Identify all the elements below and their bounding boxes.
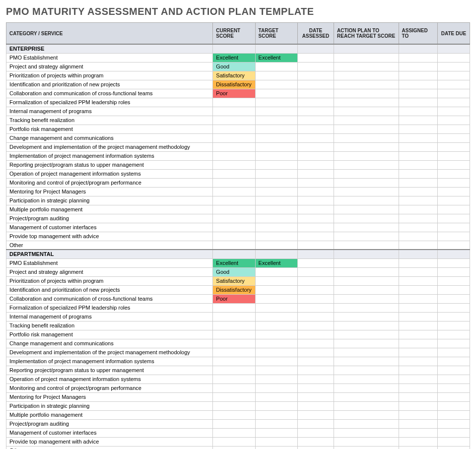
date-assessed-cell[interactable] xyxy=(297,187,334,196)
assigned-to-cell[interactable] xyxy=(399,187,437,196)
target-score-cell[interactable] xyxy=(255,401,297,410)
action-plan-cell[interactable] xyxy=(334,151,399,160)
current-score-cell[interactable] xyxy=(213,348,255,357)
category-cell[interactable]: Formalization of specialized PPM leaders… xyxy=(6,98,213,107)
date-due-cell[interactable] xyxy=(437,375,470,384)
target-score-cell[interactable] xyxy=(255,285,297,294)
action-plan-cell[interactable] xyxy=(334,321,399,330)
date-assessed-cell[interactable] xyxy=(297,446,334,449)
current-score-cell[interactable] xyxy=(213,169,255,178)
action-plan-cell[interactable] xyxy=(334,437,399,446)
current-score-cell[interactable]: Poor xyxy=(213,89,255,98)
date-due-cell[interactable] xyxy=(437,98,470,107)
date-assessed-cell[interactable] xyxy=(297,107,334,116)
category-cell[interactable]: Portfolio risk management xyxy=(6,125,213,133)
category-cell[interactable]: Mentoring for Project Managers xyxy=(6,392,213,401)
date-assessed-cell[interactable] xyxy=(297,276,334,285)
assigned-to-cell[interactable] xyxy=(399,178,437,187)
date-due-cell[interactable] xyxy=(437,125,470,133)
assigned-to-cell[interactable] xyxy=(399,357,437,366)
category-cell[interactable]: Monitoring and control of project/progra… xyxy=(6,384,213,392)
date-due-cell[interactable] xyxy=(437,294,470,303)
assigned-to-cell[interactable] xyxy=(399,80,437,89)
action-plan-cell[interactable] xyxy=(334,312,399,321)
date-assessed-cell[interactable] xyxy=(297,437,334,446)
current-score-cell[interactable] xyxy=(213,125,255,133)
current-score-cell[interactable] xyxy=(213,330,255,339)
action-plan-cell[interactable] xyxy=(334,178,399,187)
date-assessed-cell[interactable] xyxy=(297,392,334,401)
action-plan-cell[interactable] xyxy=(334,142,399,151)
assigned-to-cell[interactable] xyxy=(399,392,437,401)
current-score-cell[interactable]: Poor xyxy=(213,294,255,303)
action-plan-cell[interactable] xyxy=(334,366,399,375)
date-assessed-cell[interactable] xyxy=(297,375,334,384)
current-score-cell[interactable] xyxy=(213,196,255,205)
assigned-to-cell[interactable] xyxy=(399,241,437,250)
assigned-to-cell[interactable] xyxy=(399,142,437,151)
assigned-to-cell[interactable] xyxy=(399,276,437,285)
category-cell[interactable]: Change management and communications xyxy=(6,133,213,142)
date-due-cell[interactable] xyxy=(437,446,470,449)
date-assessed-cell[interactable] xyxy=(297,223,334,232)
assigned-to-cell[interactable] xyxy=(399,258,437,267)
date-assessed-cell[interactable] xyxy=(297,196,334,205)
current-score-cell[interactable]: Excellent xyxy=(213,53,255,62)
action-plan-cell[interactable] xyxy=(334,241,399,250)
action-plan-cell[interactable] xyxy=(334,357,399,366)
action-plan-cell[interactable] xyxy=(334,196,399,205)
assigned-to-cell[interactable] xyxy=(399,410,437,419)
date-assessed-cell[interactable] xyxy=(297,169,334,178)
assigned-to-cell[interactable] xyxy=(399,401,437,410)
target-score-cell[interactable] xyxy=(255,384,297,392)
assigned-to-cell[interactable] xyxy=(399,428,437,437)
category-cell[interactable]: Multiple portfolio management xyxy=(6,410,213,419)
category-cell[interactable]: Implementation of project management inf… xyxy=(6,357,213,366)
action-plan-cell[interactable] xyxy=(334,446,399,449)
current-score-cell[interactable] xyxy=(213,303,255,312)
date-assessed-cell[interactable] xyxy=(297,98,334,107)
assigned-to-cell[interactable] xyxy=(399,294,437,303)
date-assessed-cell[interactable] xyxy=(297,419,334,428)
category-cell[interactable]: Implementation of project management inf… xyxy=(6,151,213,160)
category-cell[interactable]: Participation in strategic planning xyxy=(6,196,213,205)
current-score-cell[interactable] xyxy=(213,339,255,348)
category-cell[interactable]: Reporting project/program status to uppe… xyxy=(6,366,213,375)
current-score-cell[interactable] xyxy=(213,241,255,250)
target-score-cell[interactable] xyxy=(255,241,297,250)
date-assessed-cell[interactable] xyxy=(297,133,334,142)
date-assessed-cell[interactable] xyxy=(297,348,334,357)
action-plan-cell[interactable] xyxy=(334,62,399,71)
category-cell[interactable]: Change management and communications xyxy=(6,339,213,348)
category-cell[interactable]: Other xyxy=(6,241,213,250)
category-cell[interactable]: Identification and prioritization of new… xyxy=(6,80,213,89)
category-cell[interactable]: Provide top management with advice xyxy=(6,437,213,446)
category-cell[interactable]: Prioritization of projects within progra… xyxy=(6,276,213,285)
category-cell[interactable]: Development and implementation of the pr… xyxy=(6,348,213,357)
date-due-cell[interactable] xyxy=(437,187,470,196)
target-score-cell[interactable] xyxy=(255,321,297,330)
target-score-cell[interactable] xyxy=(255,142,297,151)
date-assessed-cell[interactable] xyxy=(297,80,334,89)
target-score-cell[interactable] xyxy=(255,232,297,241)
assigned-to-cell[interactable] xyxy=(399,205,437,214)
current-score-cell[interactable] xyxy=(213,437,255,446)
date-due-cell[interactable] xyxy=(437,330,470,339)
action-plan-cell[interactable] xyxy=(334,232,399,241)
current-score-cell[interactable] xyxy=(213,312,255,321)
date-due-cell[interactable] xyxy=(437,258,470,267)
target-score-cell[interactable] xyxy=(255,267,297,276)
date-due-cell[interactable] xyxy=(437,116,470,125)
action-plan-cell[interactable] xyxy=(334,71,399,80)
date-due-cell[interactable] xyxy=(437,392,470,401)
date-due-cell[interactable] xyxy=(437,303,470,312)
date-assessed-cell[interactable] xyxy=(297,428,334,437)
assigned-to-cell[interactable] xyxy=(399,116,437,125)
target-score-cell[interactable] xyxy=(255,223,297,232)
target-score-cell[interactable] xyxy=(255,366,297,375)
action-plan-cell[interactable] xyxy=(334,348,399,357)
assigned-to-cell[interactable] xyxy=(399,53,437,62)
target-score-cell[interactable] xyxy=(255,107,297,116)
date-due-cell[interactable] xyxy=(437,366,470,375)
target-score-cell[interactable] xyxy=(255,410,297,419)
